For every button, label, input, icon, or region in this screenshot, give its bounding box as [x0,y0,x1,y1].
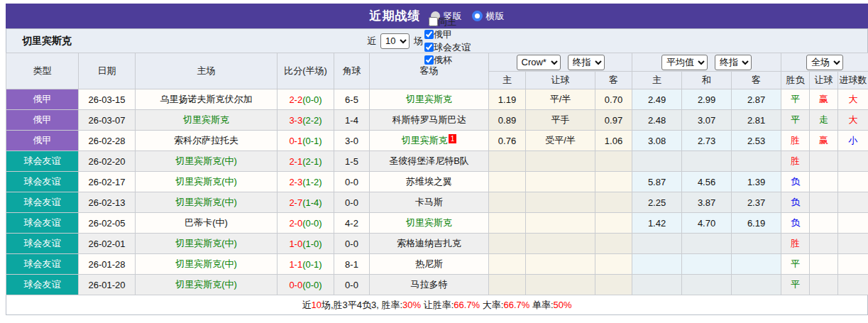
away-team[interactable]: 切里宾斯克 [370,213,489,234]
col-header-avg-draw: 和 [682,72,732,89]
crow-home-odds [489,234,526,254]
col-header-type: 类型 [6,53,79,89]
match-row: 球会友谊26-01-20切里宾斯克(中)0-0(0-0)0-0马拉多特平 [6,275,868,295]
goals-result-cell: 小 [838,131,868,151]
card-badge: 1 [449,134,457,143]
goals-result-cell [838,192,868,213]
match-score: 0-1(0-1) [278,131,334,151]
corner-score: 8-1 [334,254,370,275]
avg-away-odds [732,254,781,275]
filter-checkbox[interactable] [424,30,434,39]
match-type-badge: 球会友谊 [6,275,79,295]
avg-home-odds: 2.25 [632,192,682,213]
handicap-result-cell [810,192,838,213]
match-row: 球会友谊26-02-05巴蒂卡(中)2-0(0-0)4-2切里宾斯克1.424.… [6,213,868,234]
full-score: 3-3 [289,115,302,126]
scope-group-header: 全场 [781,53,868,72]
full-score: 2-2 [289,94,302,105]
match-row: 球会友谊26-01-28切里宾斯克(中)1-1(0-1)8-1热尼斯平 [6,254,868,275]
recent-results-panel: 近期战绩 竖版 横版 切里宾斯克 近 10 场 同主俄甲球会友谊俄杯 [6,4,868,315]
matches-label: 场 [414,35,423,48]
home-team[interactable]: 切里宾斯克(中) [136,172,278,192]
crow-home-odds [489,275,526,295]
home-team[interactable]: 切里宾斯克(中) [136,151,278,172]
filter-checkbox[interactable] [429,17,438,26]
match-score: 1-1(0-1) [278,254,334,275]
match-row: 俄甲26-02-28索科尔萨拉托夫0-1(0-1)3-0切里宾斯克10.76受平… [6,131,868,151]
match-score: 2-0(0-0) [278,213,334,234]
away-team[interactable]: 切里宾斯克 [370,89,489,110]
bookmaker-select[interactable]: Crow* [517,55,561,70]
bookmaker-stage-select[interactable]: 终指 [568,55,605,70]
half-score: (2-2) [302,115,322,126]
half-score: (0-0) [302,218,322,229]
match-type-badge: 俄甲 [6,131,79,151]
corner-score: 0-0 [334,192,370,213]
filter-label: 同主 [438,16,456,28]
handicap-result-cell [810,213,838,234]
filter-checkbox[interactable] [424,55,434,65]
filter-checkboxes: 同主俄甲球会友谊俄杯 [424,16,471,67]
half-score: (0-1) [302,259,322,270]
home-team[interactable]: 切里宾斯克(中) [136,192,278,213]
half-score: (0-0) [302,280,322,290]
crow-handicap [526,275,595,295]
average-select[interactable]: 平均值 [661,55,708,70]
corner-score: 1-5 [334,151,370,172]
avg-away-odds: 2.37 [732,192,781,213]
result-cell: 平 [781,254,810,275]
avg-away-odds [732,234,781,254]
home-team[interactable]: 切里宾斯克 [136,110,278,131]
match-type-badge: 俄甲 [6,110,79,131]
avg-draw-odds: 2.99 [682,89,732,110]
full-score: 1-0 [289,239,302,249]
crow-handicap: 受平/半 [526,131,595,151]
away-team: 苏维埃之翼 [370,172,489,192]
crow-away-odds [595,192,632,213]
layout-option-horizontal[interactable]: 横版 [472,10,505,23]
filter-checkbox[interactable] [424,43,434,52]
home-team[interactable]: 切里宾斯克(中) [136,234,278,254]
match-count-select[interactable]: 10 [380,33,410,49]
avg-draw-odds [682,254,732,275]
result-cell: 负 [781,192,810,213]
filter-球会友谊[interactable]: 球会友谊 [424,41,471,54]
avg-home-odds: 3.08 [632,131,682,151]
match-date: 26-02-01 [79,234,136,254]
filter-俄甲[interactable]: 俄甲 [424,28,471,41]
home-team[interactable]: 切里宾斯克(中) [136,275,278,295]
crow-home-odds: 0.89 [489,110,526,131]
avg-home-odds: 2.49 [632,89,682,110]
away-team: 热尼斯 [370,254,489,275]
horizontal-radio[interactable] [472,11,483,21]
avg-draw-odds [682,151,732,172]
goals-result-cell: 大 [838,89,868,110]
home-team[interactable]: 切里宾斯克(中) [136,254,278,275]
col-header-odds-home: 主 [489,72,526,89]
filter-俄杯[interactable]: 俄杯 [424,54,471,67]
crow-handicap [526,234,595,254]
corner-score: 0-0 [334,172,370,192]
summary-segment: 10 [311,300,321,310]
col-header-date: 日期 [79,53,136,89]
corner-score: 0-0 [334,275,370,295]
match-row: 球会友谊26-02-17切里宾斯克(中)2-3(1-2)0-0苏维埃之翼5.87… [6,172,868,192]
match-type-badge: 球会友谊 [6,213,79,234]
half-score: (2-1) [302,156,322,167]
handicap-result-cell [810,172,838,192]
home-team: 乌里扬诺夫斯克伏尔加 [136,89,278,110]
away-team[interactable]: 切里宾斯克1 [370,131,489,151]
result-cell: 负 [781,213,810,234]
avg-home-odds: 5.87 [632,172,682,192]
avg-home-odds: 1.42 [632,213,682,234]
avg-away-odds: 1.39 [732,172,781,192]
match-date: 26-02-05 [79,213,136,234]
average-stage-select[interactable]: 终指 [715,55,752,70]
crow-away-odds: 1.06 [595,131,632,151]
col-header-odds-handicap: 让球 [526,72,595,89]
scope-select[interactable]: 全场 [806,55,843,70]
match-date: 26-03-07 [79,110,136,131]
filter-同主[interactable]: 同主 [429,16,465,28]
crow-away-odds: 0.70 [595,89,632,110]
avg-home-odds [632,151,682,172]
